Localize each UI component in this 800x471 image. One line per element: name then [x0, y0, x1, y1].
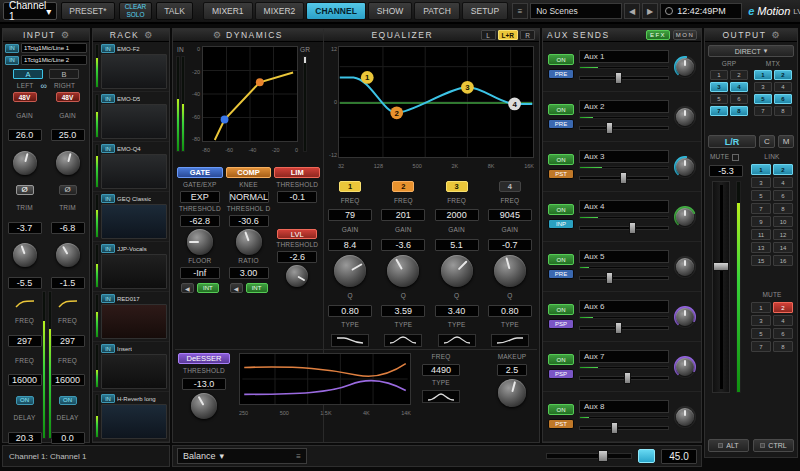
trim-knob[interactable] — [56, 243, 80, 267]
eq-band-gain[interactable]: -3.6 — [381, 239, 425, 251]
mute-group-button[interactable]: 4 — [773, 315, 793, 326]
deesser-freq-value[interactable]: 4490 — [422, 364, 460, 376]
gate-button[interactable]: GATE — [177, 167, 223, 178]
eq-band-type-selector[interactable] — [331, 334, 369, 347]
lvl-threshold-knob[interactable] — [286, 265, 308, 287]
eq-band-gain[interactable]: 8.4 — [328, 239, 372, 251]
eq-gain-knob[interactable] — [334, 255, 366, 287]
gate-mode-value[interactable]: EXP — [180, 191, 220, 203]
eq-band-button[interactable]: 3 — [446, 181, 468, 192]
plugin-thumbnail[interactable] — [101, 154, 167, 189]
aux-name[interactable]: Aux 6 — [579, 300, 669, 313]
eq-band-q[interactable]: 0.80 — [488, 305, 532, 317]
aux-level-slider[interactable] — [579, 222, 669, 234]
plugin-thumbnail[interactable] — [101, 104, 167, 139]
link-group-button[interactable]: 8 — [773, 203, 793, 214]
link-group-button[interactable]: 16 — [773, 255, 793, 266]
phase-button[interactable]: Ø — [16, 185, 34, 195]
aux-level-slider[interactable] — [579, 422, 669, 434]
hpf-freq-value[interactable]: 297 — [51, 335, 85, 347]
gain-value[interactable]: 25.0 — [51, 129, 85, 141]
preset-button[interactable]: PRESET* — [61, 2, 114, 20]
input-in-button[interactable]: IN — [5, 56, 19, 65]
comp-button[interactable]: COMP — [226, 167, 272, 178]
scene-display[interactable]: No Scenes — [530, 3, 622, 19]
balance-selector[interactable]: Balance ▾ ≡ — [177, 448, 307, 464]
tab[interactable]: PATCH — [414, 2, 460, 20]
aux-name[interactable]: Aux 2 — [579, 100, 669, 113]
matrix-assign-button[interactable]: 6 — [774, 94, 792, 104]
aux-mode-button[interactable]: PST — [548, 169, 574, 179]
aux-name[interactable]: Aux 3 — [579, 150, 669, 163]
mono-assign-button[interactable]: M — [778, 135, 794, 148]
eq-band-q[interactable]: 0.80 — [328, 305, 372, 317]
lpf-freq-value[interactable]: 16000 — [8, 374, 42, 386]
trim-knob[interactable] — [13, 243, 37, 267]
comp-threshold-value[interactable]: -30.6 — [229, 215, 269, 227]
eq-band-freq[interactable]: 79 — [328, 209, 372, 221]
matrix-assign-button[interactable]: 4 — [774, 82, 792, 92]
group-assign-button[interactable]: 1 — [710, 70, 728, 80]
clear-solo-button[interactable]: CLEAR SOLO — [119, 2, 153, 20]
aux-level-slider[interactable] — [579, 172, 669, 184]
channel-fader[interactable] — [712, 181, 730, 393]
link-group-button[interactable]: 13 — [751, 242, 771, 253]
aux-name[interactable]: Aux 8 — [579, 400, 669, 413]
lvl-button[interactable]: LVL — [277, 229, 317, 239]
rack-in-button[interactable]: IN — [101, 394, 115, 403]
scene-prev-button[interactable]: ◀ — [624, 3, 640, 19]
gear-icon[interactable]: ⚙ — [771, 30, 779, 40]
makeup-knob[interactable] — [498, 379, 526, 407]
link-group-button[interactable]: 15 — [751, 255, 771, 266]
talk-button[interactable]: TALK — [156, 2, 193, 20]
eq-band-button[interactable]: 2 — [392, 181, 414, 192]
mute-group-button[interactable]: 2 — [773, 302, 793, 313]
link-group-button[interactable]: 6 — [773, 190, 793, 201]
group-assign-button[interactable]: 6 — [730, 94, 748, 104]
gear-icon[interactable]: ⚙ — [61, 30, 69, 40]
plugin-thumbnail[interactable] — [101, 304, 167, 339]
efx-button[interactable]: EFX — [646, 30, 670, 40]
rack-in-button[interactable]: IN — [101, 94, 115, 103]
tab[interactable]: CHANNEL — [306, 2, 366, 20]
scene-next-button[interactable]: ▶ — [642, 3, 658, 19]
link-group-button[interactable]: 9 — [751, 216, 771, 227]
eq-band-q[interactable]: 3.40 — [435, 305, 479, 317]
aux-level-slider[interactable] — [579, 72, 669, 84]
matrix-assign-button[interactable]: 3 — [754, 82, 772, 92]
aux-pan-knob[interactable] — [674, 206, 696, 228]
aux-name[interactable]: Aux 1 — [579, 50, 669, 63]
deesser-graph[interactable]: 2505001.5K4K14K — [239, 353, 411, 416]
stereo-link-icon[interactable]: ∞ — [41, 82, 47, 90]
dynamics-graph[interactable]: -80-60-40-200 — [202, 46, 298, 153]
eq-band-q[interactable]: 3.59 — [381, 305, 425, 317]
phase-button[interactable]: Ø — [59, 185, 77, 195]
aux-on-button[interactable]: ON — [548, 354, 574, 365]
aux-pan-knob[interactable] — [674, 256, 696, 278]
aux-slider-handle[interactable] — [611, 422, 618, 434]
plugin-thumbnail[interactable] — [101, 54, 167, 89]
matrix-assign-button[interactable]: 5 — [754, 94, 772, 104]
rack-in-button[interactable]: IN — [101, 294, 115, 303]
link-group-button[interactable]: 5 — [751, 190, 771, 201]
aux-on-button[interactable]: ON — [548, 304, 574, 315]
rack-in-button[interactable]: IN — [101, 144, 115, 153]
lr-assign-button[interactable]: L/R — [708, 135, 756, 148]
phantom-48v-button[interactable]: 48V — [56, 92, 80, 102]
rack-slot[interactable]: IN GEQ Classic — [93, 192, 169, 242]
lvl-threshold-value[interactable]: -2.6 — [277, 251, 317, 263]
aux-level-slider[interactable] — [579, 122, 669, 134]
matrix-assign-button[interactable]: 2 — [774, 70, 792, 80]
aux-slider-handle[interactable] — [624, 372, 631, 384]
sidechain-arrow-button[interactable]: ◀ — [181, 283, 194, 293]
floor-value[interactable]: -Inf — [180, 267, 220, 279]
eq-channel-button[interactable]: L — [481, 30, 496, 40]
link-group-button[interactable]: 10 — [773, 216, 793, 227]
rack-in-button[interactable]: IN — [101, 244, 115, 253]
deesser-type-selector[interactable] — [422, 390, 460, 403]
group-assign-button[interactable]: 7 — [710, 106, 728, 116]
eq-gain-knob[interactable] — [441, 255, 473, 287]
rack-in-button[interactable]: IN — [101, 44, 115, 53]
phantom-48v-button[interactable]: 48V — [13, 92, 37, 102]
aux-on-button[interactable]: ON — [548, 154, 574, 165]
